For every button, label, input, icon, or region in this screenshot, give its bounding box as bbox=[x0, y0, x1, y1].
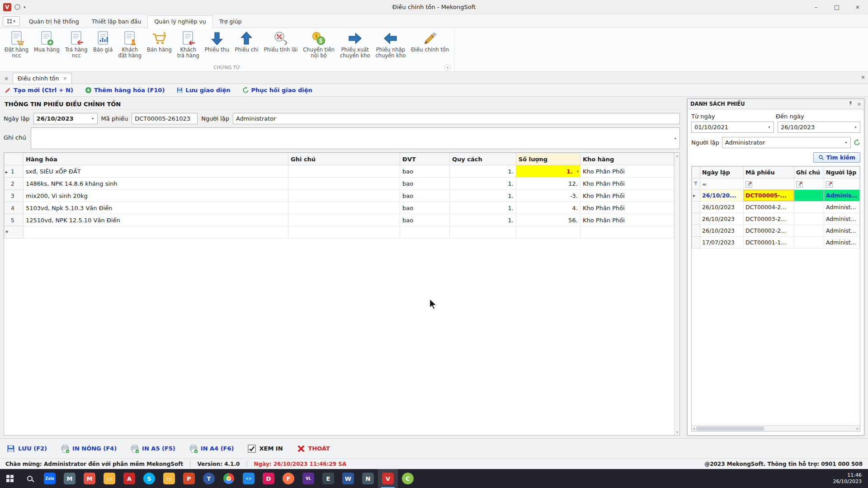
horizontal-scrollbar[interactable]: ◂ ▸ bbox=[692, 425, 860, 431]
taskbar-icon-zalo[interactable]: Zalo bbox=[40, 469, 60, 488]
cell-nguoi-lap[interactable]: Adminis... bbox=[824, 190, 860, 202]
cell-ghi-chu[interactable] bbox=[288, 190, 400, 202]
cell-ghi-chu[interactable] bbox=[288, 165, 400, 178]
ribbon-item-bao-gia[interactable]: Báo giá bbox=[90, 29, 116, 64]
ribbon-tab-quan-ly-nghiep-vu[interactable]: Quản lý nghiệp vụ bbox=[147, 15, 212, 28]
ribbon-tab-quan-tri-he-thong[interactable]: Quản trị hệ thống bbox=[23, 16, 85, 28]
cell-ngay-lap[interactable]: 26/10/2023 bbox=[700, 225, 744, 237]
scroll-up-icon[interactable]: ▴ bbox=[676, 154, 678, 158]
filter-ghi-chu[interactable]: a bbox=[794, 178, 824, 190]
item-row-5[interactable]: 512510vd, NPK 12.5.10 Văn Điểnbao1.56.Kh… bbox=[5, 214, 674, 226]
cell-dvt[interactable]: bao bbox=[400, 214, 450, 226]
cell-ghi-chu[interactable] bbox=[794, 225, 824, 237]
phieu-row-3[interactable]: 26/10/2023DCT00002-2...Administ... bbox=[692, 225, 860, 237]
cell-dvt[interactable]: bao bbox=[400, 178, 450, 190]
cell-ghi-chu[interactable] bbox=[288, 202, 400, 214]
ribbon-item-phieu-chi[interactable]: Phiếu chi bbox=[232, 29, 261, 64]
tab-dieu-chinh-ton[interactable]: Điều chỉnh tồn × bbox=[13, 73, 72, 84]
action-them-hang-hoa[interactable]: Thêm hàng hóa (F10) bbox=[85, 87, 165, 94]
cell-quy-cach[interactable]: 1. bbox=[450, 165, 516, 178]
application-menu-button[interactable]: ▾ bbox=[3, 16, 20, 26]
filter-ma-phieu[interactable]: a bbox=[744, 178, 794, 190]
action-tao-moi[interactable]: Tạo mới (Ctrl + N) bbox=[5, 87, 73, 94]
taskbar-icon-search[interactable] bbox=[20, 469, 40, 488]
search-button[interactable]: Tìm kiếm bbox=[813, 152, 860, 163]
cell-quy-cach[interactable]: 1. bbox=[450, 178, 516, 190]
cell-ma-phieu[interactable]: DCT00001-1... bbox=[744, 237, 794, 249]
cell-quy-cach[interactable]: 1. bbox=[450, 190, 516, 202]
bottom-button-in-nong[interactable]: IN NÓNG (F4) bbox=[61, 444, 117, 453]
panel-close-icon[interactable]: × bbox=[857, 101, 861, 107]
taskbar-icon-adobe[interactable]: A bbox=[119, 469, 139, 488]
tabbar-close-icon[interactable]: × bbox=[861, 74, 865, 80]
ribbon-item-khach-dat-hang[interactable]: Kháchđặt hàng bbox=[116, 29, 144, 64]
bottom-button-thoat[interactable]: THOÁT bbox=[297, 444, 330, 453]
cell-ghi-chu[interactable] bbox=[794, 202, 824, 213]
ribbon-tab-thiet-lap-ban-dau[interactable]: Thiết lập ban đầu bbox=[85, 16, 148, 28]
cell-so-luong[interactable]: 1.▾ bbox=[516, 165, 580, 178]
taskbar-clock[interactable]: 11:46 26/10/2023 bbox=[833, 472, 868, 485]
scroll-left-icon[interactable]: ◂ bbox=[693, 427, 695, 431]
taskbar-icon-folder[interactable]: ▭ bbox=[159, 469, 179, 488]
quick-access-circle-icon[interactable] bbox=[14, 4, 20, 10]
cell-nguoi-lap[interactable]: Administ... bbox=[824, 225, 860, 237]
taskbar-icon-teams[interactable]: T bbox=[199, 469, 219, 488]
taskbar-icon-vl-media[interactable]: VL bbox=[298, 469, 318, 488]
cell-kho-hang[interactable]: Kho Phân Phối bbox=[580, 202, 674, 214]
quick-access-dropdown-icon[interactable]: ▾ bbox=[24, 5, 26, 9]
cell-so-luong[interactable]: 56. bbox=[516, 214, 580, 226]
bottom-button-in-a5[interactable]: IN A5 (F5) bbox=[130, 444, 175, 453]
taskbar-icon-database[interactable]: D bbox=[259, 469, 278, 488]
taskbar-icon-skype[interactable]: S bbox=[139, 469, 159, 488]
item-row-4[interactable]: 45103vd, Npk 5.10.3 Văn Điểnbao1.4.Kho P… bbox=[5, 202, 674, 214]
ribbon-item-phieu-tinh-lai[interactable]: Phiếu tính lãi bbox=[261, 29, 301, 64]
cell-so-luong[interactable]: 4. bbox=[516, 202, 580, 214]
scroll-right-icon[interactable]: ▸ bbox=[857, 427, 859, 431]
cell-nguoi-lap[interactable]: Administ... bbox=[824, 237, 860, 249]
chevron-down-icon[interactable]: ▾ bbox=[672, 136, 679, 141]
close-all-tabs-button[interactable]: × bbox=[0, 73, 13, 84]
cell-ngay-lap[interactable]: 26/10/2023 bbox=[700, 213, 744, 225]
cell-ghi-chu[interactable] bbox=[288, 214, 400, 226]
ribbon-item-tra-hang-ncc[interactable]: Trả hàngncc bbox=[62, 29, 90, 64]
cell-kho-hang[interactable]: Kho Phân Phối bbox=[580, 214, 674, 226]
cell-ngay-lap[interactable]: 26/10/20... bbox=[700, 190, 744, 202]
cell-ghi-chu[interactable] bbox=[288, 178, 400, 190]
cell-ma-phieu[interactable]: DCT00005-... bbox=[744, 190, 794, 202]
col-ngay-lap[interactable]: Ngày lập bbox=[700, 167, 744, 178]
ribbon-item-khach-tra-hang[interactable]: Kháchtrả hàng bbox=[175, 29, 202, 64]
tab-close-icon[interactable]: × bbox=[63, 76, 66, 81]
bottom-button-in-a4[interactable]: IN A4 (F6) bbox=[189, 444, 234, 453]
taskbar-icon-start[interactable] bbox=[0, 469, 20, 488]
phieu-row-4[interactable]: 17/07/2023DCT00001-1...Administ... bbox=[692, 237, 860, 249]
ribbon-item-mua-hang[interactable]: Mua hàng bbox=[31, 29, 62, 64]
cell-dvt[interactable]: bao bbox=[400, 190, 450, 202]
filter-ngay-lap[interactable]: = bbox=[700, 178, 744, 190]
cell-kho-hang[interactable]: Kho Phân Phối bbox=[580, 178, 674, 190]
cell-ghi-chu[interactable] bbox=[794, 213, 824, 225]
ribbon-item-ban-hang[interactable]: Bán hàng bbox=[144, 29, 175, 64]
action-phuc-hoi-giao-dien[interactable]: Phục hồi giao diện bbox=[242, 87, 312, 94]
col-quy-cach[interactable]: Quy cách bbox=[450, 153, 516, 165]
taskbar-icon-mekongsoft[interactable]: V bbox=[378, 469, 398, 488]
item-row-2[interactable]: 21486ks, NPK 14.8.6 kháng sinhbao1.12.Kh… bbox=[5, 178, 674, 190]
taskbar-icon-chrome[interactable] bbox=[219, 469, 239, 488]
cell-so-luong[interactable]: 12. bbox=[516, 178, 580, 190]
bottom-button-luu[interactable]: LƯU (F2) bbox=[6, 444, 47, 453]
filter-type-icon[interactable]: a bbox=[826, 181, 833, 188]
cell-kho-hang[interactable]: Kho Phân Phối bbox=[580, 165, 674, 178]
col-kho-hang[interactable]: Kho hàng bbox=[580, 153, 674, 165]
taskbar-icon-gmail[interactable]: M bbox=[80, 469, 99, 488]
cell-hang-hoa[interactable]: 1486ks, NPK 14.8.6 kháng sinh bbox=[24, 178, 288, 190]
ribbon-item-phieu-nhap-chuyen-kho[interactable]: Phiếu nhậpchuyển kho bbox=[373, 29, 409, 64]
ribbon-tab-tro-giup[interactable]: Trợ giúp bbox=[213, 16, 248, 28]
tu-ngay-combo[interactable]: 01/10/2021 ▾ bbox=[691, 122, 774, 133]
ribbon-item-chuyen-tien-noi-bo[interactable]: Chuyển tiềnnội bộ bbox=[300, 29, 337, 64]
cell-nguoi-lap[interactable]: Administ... bbox=[824, 202, 860, 213]
cell-ma-phieu[interactable]: DCT00002-2... bbox=[744, 225, 794, 237]
col-dvt[interactable]: ĐVT bbox=[400, 153, 450, 165]
taskbar-icon-firefox[interactable]: F bbox=[278, 469, 298, 488]
cell-ghi-chu[interactable] bbox=[794, 237, 824, 249]
phieu-row-0[interactable]: ▸26/10/20...DCT00005-...Adminis... bbox=[692, 190, 860, 202]
filter-type-icon[interactable]: a bbox=[745, 181, 752, 188]
